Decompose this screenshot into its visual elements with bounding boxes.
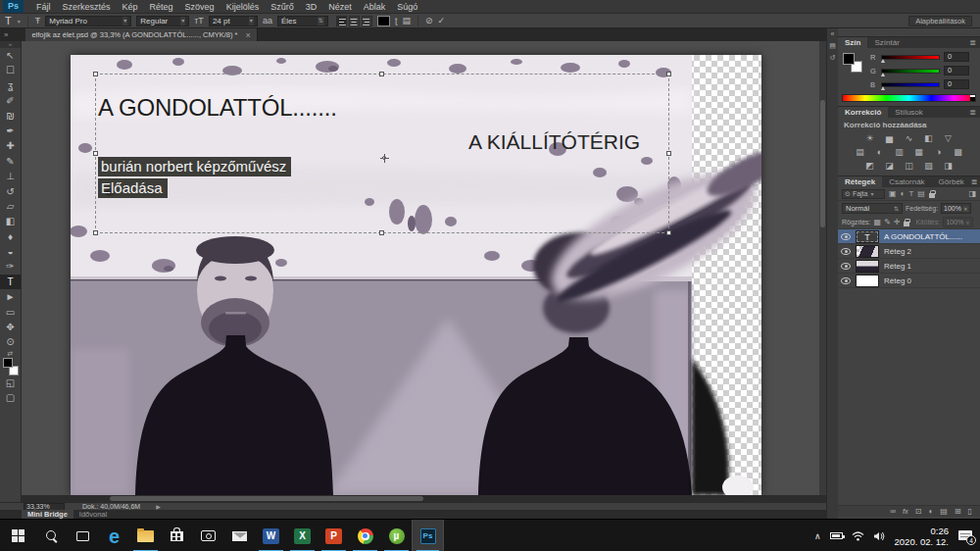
hand-tool[interactable]: ✥ — [0, 320, 21, 334]
exposure-icon[interactable]: ◧ — [922, 132, 936, 144]
levels-icon[interactable]: ▅ — [883, 132, 897, 144]
panel-menu-icon[interactable]: ≣ — [971, 176, 980, 187]
foreground-color-swatch[interactable] — [843, 53, 855, 65]
transform-handle[interactable] — [666, 72, 671, 76]
taskbar-camera[interactable] — [192, 520, 224, 551]
layer-style-icon[interactable]: fx — [903, 506, 908, 518]
tab-swatches[interactable]: Színtár — [867, 37, 906, 48]
tab-overflow-icon[interactable]: » — [0, 28, 12, 41]
menu-view[interactable]: Nézet — [322, 0, 358, 14]
tool-preset-dropdown-icon[interactable]: ▾ — [18, 18, 21, 25]
red-value-field[interactable]: 0 — [944, 52, 969, 62]
tab-mini-bridge[interactable]: Mini Bridge — [22, 510, 74, 519]
layer-name[interactable]: Réteg 1 — [884, 262, 911, 271]
shape-tool[interactable]: ▭ — [0, 305, 21, 320]
taskbar-powerpoint[interactable]: P — [318, 520, 350, 551]
status-expand-icon[interactable]: ▶ — [156, 503, 161, 510]
quick-mask-icon[interactable]: ◱ — [0, 376, 21, 390]
toggle-panels-icon[interactable]: ▤ — [402, 14, 411, 28]
transform-handle[interactable] — [666, 151, 671, 156]
font-size-select[interactable]: 24 pt ▾ — [209, 16, 258, 26]
gradient-map-icon[interactable]: ▨ — [922, 160, 936, 172]
tab-adjustments[interactable]: Korrekció — [838, 107, 888, 118]
taskbar-store[interactable] — [161, 520, 193, 551]
menu-edit[interactable]: Szerkesztés — [57, 0, 117, 14]
visibility-eye-icon[interactable] — [841, 248, 851, 255]
black-white-icon[interactable]: ▥ — [893, 146, 906, 158]
task-view-button[interactable] — [67, 520, 99, 551]
toolbar-collapse-icon[interactable]: » — [0, 41, 21, 48]
hue-saturation-icon[interactable]: ▤ — [854, 146, 867, 158]
color-spectrum-ramp[interactable] — [842, 94, 976, 102]
menu-file[interactable]: Fájl — [30, 0, 57, 14]
taskbar-edge[interactable]: e — [98, 520, 130, 551]
layer-row-text[interactable]: T A GONDOLATTÓL...... — [838, 229, 980, 244]
dodge-tool[interactable]: ◒ — [0, 244, 21, 259]
foreground-color-swatch[interactable] — [3, 358, 13, 368]
tab-styles[interactable]: Stílusok — [888, 107, 929, 118]
clone-stamp-tool[interactable]: ⊥ — [0, 169, 21, 183]
filter-toggle-icon[interactable]: ◨ — [968, 189, 976, 198]
tab-layers[interactable]: Rétegek — [838, 176, 882, 187]
menu-3d[interactable]: 3D — [300, 0, 323, 14]
layer-name[interactable]: Réteg 2 — [884, 247, 911, 256]
pen-tool[interactable]: ✑ — [0, 259, 21, 274]
new-adjustment-layer-icon[interactable]: ◐ — [928, 506, 933, 518]
color-lookup-icon[interactable]: ▩ — [952, 146, 965, 158]
updown-icon[interactable]: ⇅ — [318, 17, 324, 25]
add-layer-mask-icon[interactable]: ⊡ — [915, 506, 922, 518]
transform-handle[interactable] — [93, 72, 98, 76]
delete-layer-icon[interactable]: ▯ — [968, 506, 972, 518]
taskbar-mail[interactable] — [223, 520, 256, 551]
font-style-select[interactable]: Regular ▾ — [136, 16, 189, 26]
visibility-eye-icon[interactable] — [841, 277, 851, 284]
tool-preset-icon[interactable]: T — [5, 14, 12, 28]
chevron-down-icon[interactable]: ▾ — [122, 17, 127, 25]
blur-tool[interactable]: ♦ — [0, 229, 21, 244]
tray-chevron-icon[interactable]: ∧ — [814, 531, 821, 541]
menu-select[interactable]: Kijelölés — [220, 0, 266, 14]
canvas-document[interactable]: A GONDOLATTÓL....... A KIÁLLÍTÓTÉRIG bur… — [71, 55, 761, 495]
layer-row-0[interactable]: Réteg 0 — [838, 274, 980, 288]
filter-pixel-layers-icon[interactable]: ▣ — [889, 189, 897, 198]
dock-panel-icon[interactable]: ▤ — [827, 40, 838, 52]
crop-tool[interactable]: ₪ — [0, 109, 21, 124]
panel-menu-icon[interactable]: ≣ — [969, 107, 980, 118]
close-tab-icon[interactable]: × — [246, 30, 251, 40]
zoom-tool[interactable]: ⊙ — [0, 334, 21, 349]
text-color-swatch[interactable] — [377, 16, 390, 26]
chevron-down-icon[interactable]: ▾ — [180, 17, 185, 25]
photo-filter-icon[interactable]: ▦ — [912, 146, 926, 158]
battery-icon[interactable] — [830, 532, 843, 539]
red-slider[interactable] — [881, 55, 940, 60]
chevron-down-icon[interactable]: ▾ — [963, 206, 968, 212]
chevron-down-icon[interactable]: ▾ — [965, 220, 970, 225]
quick-selection-tool[interactable]: ✐ — [0, 93, 21, 108]
brightness-contrast-icon[interactable]: ☀ — [863, 132, 877, 144]
horizontal-scrollbar[interactable] — [22, 495, 826, 502]
text-bounding-box[interactable] — [95, 74, 669, 233]
menu-type[interactable]: Szöveg — [179, 0, 220, 14]
layer-thumbnail[interactable] — [856, 245, 879, 258]
blue-value-field[interactable]: 0 — [944, 79, 969, 89]
layer-thumbnail[interactable] — [856, 260, 879, 273]
menu-layer[interactable]: Réteg — [144, 0, 179, 14]
speaker-icon[interactable] — [873, 531, 886, 541]
new-layer-icon[interactable]: ⊞ — [955, 506, 961, 518]
wifi-icon[interactable] — [852, 531, 864, 541]
taskbar-word[interactable]: W — [255, 520, 287, 551]
black-swatch[interactable] — [970, 97, 975, 101]
transform-handle[interactable] — [93, 230, 98, 235]
lasso-tool[interactable]: ʓ — [0, 78, 21, 93]
taskbar-photoshop[interactable]: Ps — [412, 520, 444, 551]
anti-alias-select[interactable]: Éles ⇅ — [277, 16, 328, 26]
channel-mixer-icon[interactable]: ◑ — [932, 146, 946, 158]
vibrance-icon[interactable]: ▽ — [942, 132, 956, 144]
history-panel-icon[interactable]: ↺ — [827, 52, 838, 64]
layer-row-2[interactable]: Réteg 2 — [838, 244, 980, 259]
gradient-tool[interactable]: ◧ — [0, 214, 21, 228]
transform-handle[interactable] — [379, 230, 384, 235]
green-slider[interactable] — [881, 69, 940, 74]
filter-locked-layers-icon[interactable] — [929, 193, 935, 198]
lock-position-icon[interactable]: ✛ — [894, 218, 901, 226]
